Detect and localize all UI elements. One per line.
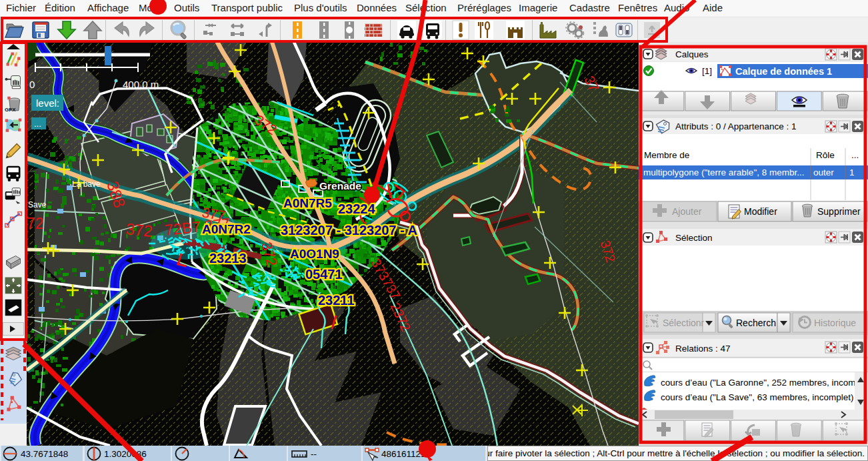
svg-text:A0N7R5: A0N7R5	[283, 196, 332, 210]
svg-text:A0O1N9: A0O1N9	[290, 247, 339, 261]
svg-text:Calque de données 1: Calque de données 1	[735, 66, 832, 77]
svg-text:Save: Save	[28, 200, 47, 209]
svg-text:1: 1	[849, 167, 855, 177]
svg-text:cours d’eau ("La Save", 63 mem: cours d’eau ("La Save", 63 membres, inco…	[661, 392, 853, 402]
svg-text:372: 372	[125, 219, 153, 240]
svg-text:Sélectionr: Sélectionr	[663, 318, 705, 328]
svg-text:La bave: La bave	[72, 179, 101, 189]
svg-text:Sélection: Sélection	[675, 233, 713, 243]
svg-text:level:: level:	[36, 97, 59, 109]
svg-text:23211: 23211	[318, 293, 355, 308]
svg-text:...: ...	[34, 119, 41, 129]
svg-text:outer: outer	[813, 167, 834, 177]
svg-text:1.3020686: 1.3020686	[104, 449, 147, 459]
svg-text:23213: 23213	[209, 251, 247, 266]
svg-text:Historique: Historique	[814, 318, 856, 328]
svg-text:GPX: GPX	[5, 107, 16, 113]
svg-text:Rôle: Rôle	[816, 150, 835, 160]
svg-text:Relations : 47: Relations : 47	[675, 344, 731, 354]
svg-text:Supprimer: Supprimer	[817, 206, 861, 217]
svg-text:4861611211: 4861611211	[381, 449, 430, 459]
svg-text:Calques: Calques	[675, 49, 709, 59]
svg-text:400.0 m: 400.0 m	[123, 79, 159, 90]
svg-text:cours d’eau ("La Garonne", 252: cours d’eau ("La Garonne", 252 membres, …	[661, 378, 863, 388]
svg-text:...: ...	[851, 150, 859, 160]
svg-text:0: 0	[29, 79, 35, 90]
svg-text:Modifier: Modifier	[744, 206, 777, 217]
svg-text:Membre de: Membre de	[644, 150, 689, 160]
svg-text:23224: 23224	[338, 201, 375, 216]
svg-text:--: --	[311, 449, 317, 459]
svg-text:72: 72	[27, 215, 44, 232]
svg-text:Attributs : 0 / Appartenance :: Attributs : 0 / Appartenance : 1	[675, 121, 797, 131]
svg-text:A0N7R2: A0N7R2	[202, 222, 251, 236]
svg-text:Ajouter: Ajouter	[672, 206, 702, 217]
svg-text:[1]: [1]	[702, 66, 712, 76]
svg-text:multipolygone ("terre arable",: multipolygone ("terre arable", 8 membr..…	[643, 167, 804, 177]
svg-text:05471: 05471	[305, 267, 343, 282]
svg-text:43.7671848: 43.7671848	[21, 449, 68, 459]
svg-text:Recherch: Recherch	[736, 318, 776, 328]
svg-text:Grenade: Grenade	[319, 180, 361, 191]
svg-text:3123207 - 3123207 - A: 3123207 - 3123207 - A	[281, 223, 417, 238]
